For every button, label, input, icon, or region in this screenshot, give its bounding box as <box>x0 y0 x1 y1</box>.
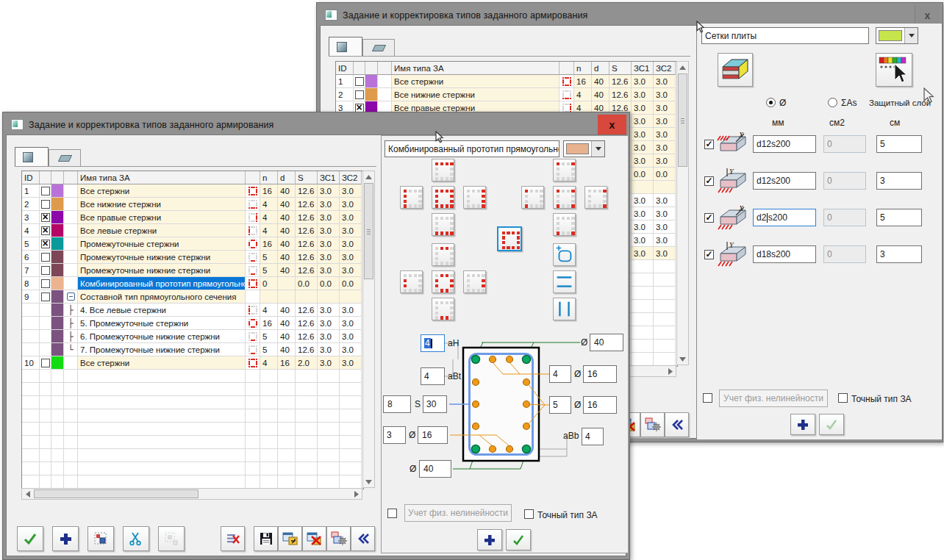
row-name-cell[interactable]: Все правые стержни <box>78 211 246 224</box>
row-name-cell[interactable]: 7. Промежуточные нижние стержни <box>78 343 246 356</box>
row-checkbox[interactable] <box>41 187 50 195</box>
combo-arrow[interactable] <box>904 28 918 43</box>
scroll-up-arrow[interactable] <box>677 62 688 73</box>
row-name-cell[interactable]: Промежуточные стержни <box>78 237 246 251</box>
table-row[interactable]: ├5. Промежуточные стержни164012.63.03.0 <box>22 317 363 330</box>
diameter-radio[interactable] <box>766 98 776 107</box>
combo-arrow[interactable] <box>591 141 604 157</box>
grid-row-checkbox[interactable]: ✓ <box>704 250 714 259</box>
row-name-cell[interactable]: Комбинированный прототип прямоугольног <box>78 277 246 290</box>
window-titlebar[interactable]: Задание и корректировка типов заданного … <box>6 115 630 134</box>
table-row[interactable]: 1Все стержни164012.63.03.0 <box>22 184 363 198</box>
s-value-input[interactable]: 30 <box>423 395 447 413</box>
exact-type-checkbox[interactable] <box>524 509 534 519</box>
grid-row-checkbox[interactable]: ✓ <box>704 140 714 149</box>
save-button[interactable] <box>254 526 278 551</box>
table-row[interactable]: ├4. Все левые стержни44012.63.03.0 <box>22 304 363 317</box>
top-dia-select[interactable]: 40 <box>590 334 623 351</box>
apply-type-button[interactable] <box>506 529 531 550</box>
pattern-mid-bottom-button[interactable] <box>432 298 454 320</box>
pattern-mid-top-button[interactable] <box>432 243 454 266</box>
table-row[interactable]: 3×Все правые стержни44012.63.03.0 <box>22 211 363 224</box>
grid-color-combo[interactable] <box>876 27 918 44</box>
prototype-color-combo[interactable] <box>563 140 605 157</box>
table-row[interactable]: 6Промежуточные нижние стержни54012.63.03… <box>22 251 363 264</box>
prototype-name-input[interactable]: Комбинированный прототип прямоугольног <box>385 140 559 157</box>
nonlinearity-button[interactable]: Учет физ. нелинейности <box>404 504 512 522</box>
table-row[interactable]: 8Комбинированный прототип прямоугольног0… <box>22 277 363 290</box>
lines-horizontal-button[interactable] <box>553 270 576 293</box>
grid-spec-input[interactable]: d12s200 <box>753 135 816 153</box>
exact-type-checkbox[interactable] <box>838 393 848 403</box>
horizontal-scrollbar[interactable] <box>21 488 362 500</box>
row-checkbox[interactable] <box>41 279 50 288</box>
paste-button[interactable] <box>158 526 185 551</box>
grid-spec-input[interactable]: d18s200 <box>753 245 816 263</box>
scroll-up-arrow[interactable] <box>363 171 374 182</box>
table-row[interactable]: 9Составной тип прямоугольного сечения <box>22 290 363 304</box>
pattern-corner-top-button[interactable] <box>553 159 576 182</box>
collapse-button[interactable] <box>351 526 375 551</box>
row-checkbox[interactable]: × <box>41 240 50 248</box>
table-row[interactable]: 7Промежуточные нижние стержни54012.63.03… <box>22 264 363 277</box>
scroll-down-arrow[interactable] <box>677 353 688 365</box>
table-row[interactable]: └7. Промежуточные нижние стержни54012.63… <box>22 343 363 356</box>
table-row[interactable]: 4×Все левые стержни44012.63.03.0 <box>22 224 363 237</box>
vertical-scrollbar[interactable] <box>362 170 375 488</box>
add-grid-button[interactable] <box>790 414 815 435</box>
nonlinearity-button[interactable]: Учет физ. нелинейности <box>719 390 828 407</box>
table-row[interactable]: 10Все стержни4162.03.03.0 <box>22 356 363 370</box>
import-window-button[interactable] <box>278 526 302 551</box>
table-row[interactable]: 1Все стержни164012.63.03.0 <box>336 75 677 88</box>
scroll-down-arrow[interactable] <box>363 476 374 487</box>
right1-dia-select[interactable]: 16 <box>583 365 617 383</box>
copy-button[interactable] <box>87 526 114 551</box>
row-name-cell[interactable]: Промежуточные нижние стержни <box>78 251 246 264</box>
table-row[interactable]: ├6. Промежуточные нижние стержни54012.63… <box>22 330 363 343</box>
pattern-corner-left-button[interactable] <box>521 186 544 209</box>
add-type-button[interactable] <box>477 529 502 550</box>
scroll-left-arrow[interactable] <box>22 489 33 499</box>
scrollbar-thumb[interactable] <box>678 73 687 167</box>
nonlin-checkbox[interactable] <box>703 393 712 403</box>
left-dia-select[interactable]: 16 <box>418 426 448 444</box>
row-name-cell[interactable]: Все стержни <box>78 184 246 198</box>
close-button[interactable]: x <box>915 5 940 25</box>
row-name-cell[interactable]: 6. Промежуточные нижние стержни <box>78 330 246 343</box>
grid-as-input[interactable]: 0 <box>823 209 866 226</box>
contour-rounded-button[interactable] <box>553 243 576 266</box>
row-name-cell[interactable]: 5. Промежуточные стержни <box>78 317 246 330</box>
slab-3d-button[interactable] <box>718 53 753 87</box>
scroll-right-arrow[interactable] <box>665 366 676 376</box>
scrollbar-thumb[interactable] <box>34 489 199 498</box>
pattern-edge-top-button[interactable] <box>432 159 454 182</box>
pattern-mid-left-button[interactable] <box>400 270 423 293</box>
apply-grid-button[interactable] <box>819 414 844 435</box>
lines-vertical-button[interactable] <box>553 298 576 320</box>
right1-count-input[interactable]: 4 <box>549 365 571 383</box>
window-titlebar[interactable]: Задание и корректировка типов заданного … <box>320 5 943 25</box>
grid-spec-input[interactable]: d12s200 <box>753 172 816 190</box>
pattern-edge-left-button[interactable] <box>400 186 423 209</box>
transfer-settings-button[interactable] <box>640 412 665 437</box>
pattern-mid-right-button[interactable] <box>463 270 486 293</box>
row-checkbox[interactable] <box>41 292 50 301</box>
row-checkbox[interactable] <box>355 90 364 99</box>
tab-squares[interactable] <box>15 147 49 167</box>
apply-button[interactable] <box>17 526 43 551</box>
pattern-edge-bottom-button[interactable] <box>432 213 454 236</box>
transfer-settings-button[interactable] <box>326 526 351 551</box>
row-name-cell[interactable]: Все стержни <box>392 75 559 88</box>
grid-cover-input[interactable]: 5 <box>876 135 922 153</box>
row-checkbox[interactable]: × <box>41 213 50 222</box>
row-checkbox[interactable] <box>41 253 50 262</box>
add-button[interactable] <box>52 526 79 551</box>
delete-window-button[interactable] <box>302 526 326 551</box>
cut-button[interactable] <box>123 526 149 551</box>
pattern-corner-all-button[interactable] <box>553 186 576 209</box>
row-checkbox[interactable] <box>41 266 50 275</box>
grid-picker-button[interactable] <box>876 53 912 87</box>
close-button[interactable]: x <box>598 115 626 134</box>
row-checkbox[interactable]: × <box>355 104 364 112</box>
aH-input[interactable]: 4 <box>421 334 445 352</box>
